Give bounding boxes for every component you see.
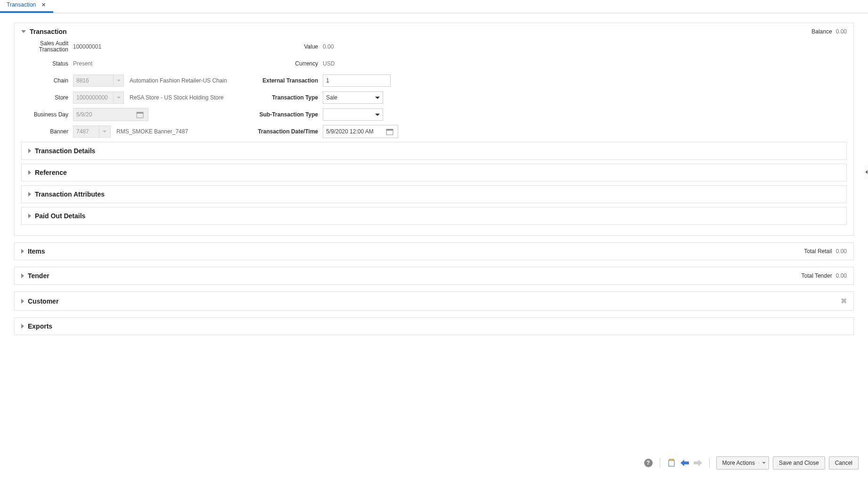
cancel-button[interactable]: Cancel — [829, 456, 859, 470]
panel-tender-header[interactable]: Tender Total Tender 0.00 — [15, 267, 853, 284]
chevron-right-icon — [28, 192, 31, 197]
store-value: 1000000000 — [74, 94, 113, 101]
footer-bar: ? More Actions Save and Close Cancel — [0, 353, 868, 478]
svg-rect-5 — [670, 459, 673, 461]
panel-customer-header[interactable]: Customer ✖ — [15, 292, 853, 310]
svg-rect-4 — [669, 460, 674, 466]
balance-value: 0.00 — [836, 28, 847, 35]
chevron-down-icon — [375, 97, 380, 99]
chevron-left-icon — [865, 170, 868, 174]
more-actions-button[interactable]: More Actions — [716, 456, 769, 470]
label-banner: Banner — [26, 128, 73, 135]
tab-transaction[interactable]: Transaction ✕ — [0, 0, 53, 13]
panel-transaction-details-header[interactable]: Transaction Details — [22, 142, 846, 159]
banner-desc: RMS_SMOKE Banner_7487 — [116, 128, 188, 135]
svg-rect-1 — [137, 112, 143, 114]
content-area: Transaction Balance 0.00 Sales AuditTran… — [0, 13, 868, 353]
calendar-icon[interactable] — [135, 111, 145, 118]
tender-total: Total Tender 0.00 — [801, 272, 847, 279]
transaction-datetime-input[interactable] — [323, 125, 398, 138]
chevron-right-icon — [21, 249, 24, 254]
panel-title: Transaction — [30, 28, 67, 35]
panel-paid-out-details-header[interactable]: Paid Out Details — [22, 207, 846, 224]
prev-button[interactable] — [680, 458, 689, 468]
chevron-right-icon — [21, 273, 24, 278]
external-transaction-input[interactable] — [323, 74, 391, 87]
calendar-icon[interactable] — [385, 128, 395, 135]
chain-value: 8816 — [74, 77, 113, 84]
balance-display: Balance 0.00 — [811, 28, 847, 35]
label-business-day: Business Day — [26, 111, 73, 118]
chevron-down-icon — [762, 462, 766, 464]
value-currency: USD — [323, 60, 335, 67]
panel-transaction-attributes-header[interactable]: Transaction Attributes — [22, 186, 846, 203]
chevron-down-icon — [375, 114, 380, 116]
panel-tender: Tender Total Tender 0.00 — [14, 267, 854, 285]
svg-rect-3 — [386, 129, 393, 131]
panel-transaction-header[interactable]: Transaction — [21, 28, 67, 35]
items-total: Total Retail 0.00 — [804, 248, 847, 255]
help-icon: ? — [644, 459, 653, 467]
chain-desc: Automation Fashion Retailer-US Chain — [130, 77, 227, 84]
close-icon[interactable]: ✕ — [41, 2, 47, 8]
value-status: Present — [73, 60, 92, 67]
label-ext-txn: External Transaction — [252, 77, 323, 84]
value-sales-audit: 100000001 — [73, 43, 101, 50]
panel-items: Items Total Retail 0.00 — [14, 242, 854, 260]
panel-transaction-attributes: Transaction Attributes — [21, 185, 847, 203]
txn-type-value: Sale — [326, 94, 337, 101]
panel-reference: Reference — [21, 164, 847, 181]
label-currency: Currency — [252, 60, 323, 67]
label-value: Value — [252, 43, 323, 50]
panel-paid-out-details: Paid Out Details — [21, 207, 847, 225]
tab-label: Transaction — [7, 1, 36, 8]
arrow-right-icon — [694, 460, 702, 466]
chain-dropdown[interactable]: 8816 — [73, 74, 124, 87]
banner-dropdown[interactable]: 7487 — [73, 125, 111, 138]
business-day-text[interactable] — [74, 108, 135, 121]
chevron-down-icon — [113, 92, 123, 103]
next-button[interactable] — [693, 458, 703, 468]
panel-items-header[interactable]: Items Total Retail 0.00 — [15, 243, 853, 260]
save-and-close-button[interactable]: Save and Close — [773, 456, 825, 470]
chevron-right-icon — [28, 170, 31, 175]
chevron-right-icon — [28, 148, 31, 153]
panel-exports-header[interactable]: Exports — [15, 318, 853, 335]
business-day-input[interactable] — [73, 108, 148, 121]
chevron-down-icon — [113, 75, 123, 86]
label-chain: Chain — [26, 77, 73, 84]
store-dropdown[interactable]: 1000000000 — [73, 91, 124, 104]
chevron-down-icon — [99, 126, 109, 137]
label-store: Store — [26, 94, 73, 101]
chevron-right-icon — [21, 324, 24, 329]
banner-value: 7487 — [74, 128, 99, 135]
label-sub-txn-type: Sub-Transaction Type — [252, 111, 323, 118]
panel-transaction: Transaction Balance 0.00 Sales AuditTran… — [14, 23, 854, 236]
help-button[interactable]: ? — [644, 458, 653, 468]
more-actions-label: More Actions — [722, 460, 755, 466]
label-sales-audit: Sales AuditTransaction — [26, 41, 73, 53]
label-status: Status — [26, 60, 73, 67]
chevron-right-icon — [21, 299, 24, 304]
panel-transaction-details: Transaction Details — [21, 142, 847, 160]
label-txn-type: Transaction Type — [252, 94, 323, 101]
chevron-down-icon — [21, 30, 26, 33]
label-txn-datetime: Transaction Date/Time — [252, 128, 323, 135]
tab-bar: Transaction ✕ — [0, 0, 868, 13]
chevron-right-icon — [28, 214, 31, 218]
panel-customer: Customer ✖ — [14, 291, 854, 311]
balance-label: Balance — [811, 28, 832, 35]
txn-datetime-text[interactable] — [323, 125, 385, 138]
panel-exports: Exports — [14, 317, 854, 335]
arrow-left-icon — [680, 460, 689, 466]
clipboard-icon — [667, 459, 676, 467]
close-icon[interactable]: ✖ — [841, 297, 847, 305]
notes-button[interactable] — [667, 458, 676, 468]
transaction-type-select[interactable]: Sale — [323, 91, 383, 104]
value-value: 0.00 — [323, 43, 334, 50]
sub-transaction-type-select[interactable] — [323, 108, 383, 121]
panel-reference-header[interactable]: Reference — [22, 164, 846, 181]
side-collapse-handle[interactable] — [864, 165, 868, 179]
store-desc: ReSA Store - US Stock Holding Store — [130, 94, 223, 101]
